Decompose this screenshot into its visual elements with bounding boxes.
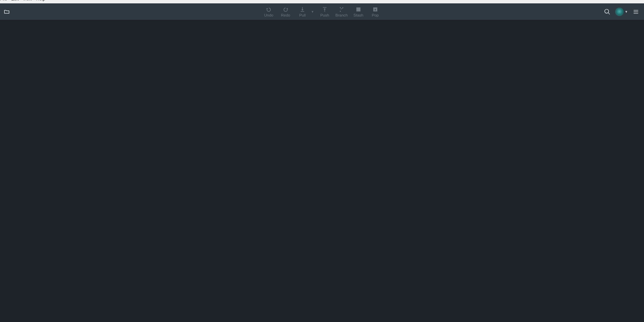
redo-icon	[282, 6, 289, 12]
chevron-down-icon: ▼	[625, 10, 628, 13]
pull-label: Pull	[299, 13, 305, 17]
pop-label: Pop	[372, 13, 379, 17]
branch-icon	[338, 6, 345, 12]
folder-icon	[3, 9, 10, 15]
push-button[interactable]: Push	[316, 3, 333, 20]
system-menu-bar: File Edit View Help	[0, 0, 644, 3]
stash-label: Stash	[353, 13, 363, 17]
profile-menu-button[interactable]: ▼	[615, 8, 628, 16]
search-icon	[604, 8, 611, 15]
pop-button[interactable]: Pop	[367, 3, 384, 20]
undo-label: Undo	[264, 13, 273, 17]
hamburger-icon	[633, 9, 639, 15]
search-button[interactable]	[603, 7, 612, 17]
pull-icon	[299, 6, 306, 12]
redo-button[interactable]: Redo	[277, 3, 294, 20]
hamburger-menu-button[interactable]	[631, 7, 641, 17]
undo-button[interactable]: Undo	[260, 3, 277, 20]
branch-button[interactable]: Branch	[333, 3, 350, 20]
push-label: Push	[320, 13, 329, 17]
redo-label: Redo	[281, 13, 290, 17]
pop-icon	[372, 6, 379, 12]
menu-edit[interactable]: Edit	[11, 0, 19, 1]
pull-button[interactable]: Pull	[294, 3, 311, 20]
push-icon	[321, 6, 328, 12]
app-logo-icon	[615, 8, 623, 16]
menu-help[interactable]: Help	[36, 0, 45, 1]
menu-file[interactable]: File	[0, 0, 7, 1]
menu-view[interactable]: View	[23, 0, 32, 1]
stash-icon	[355, 6, 362, 12]
branch-label: Branch	[335, 13, 348, 17]
stash-button[interactable]: Stash	[350, 3, 367, 20]
undo-icon	[265, 6, 272, 12]
open-folder-button[interactable]	[2, 7, 11, 17]
workspace-area	[0, 20, 644, 322]
app-toolbar: Undo Redo Pull ▼ Push Branch Stash Pop	[0, 3, 644, 20]
pull-dropdown-caret[interactable]: ▼	[311, 3, 314, 20]
